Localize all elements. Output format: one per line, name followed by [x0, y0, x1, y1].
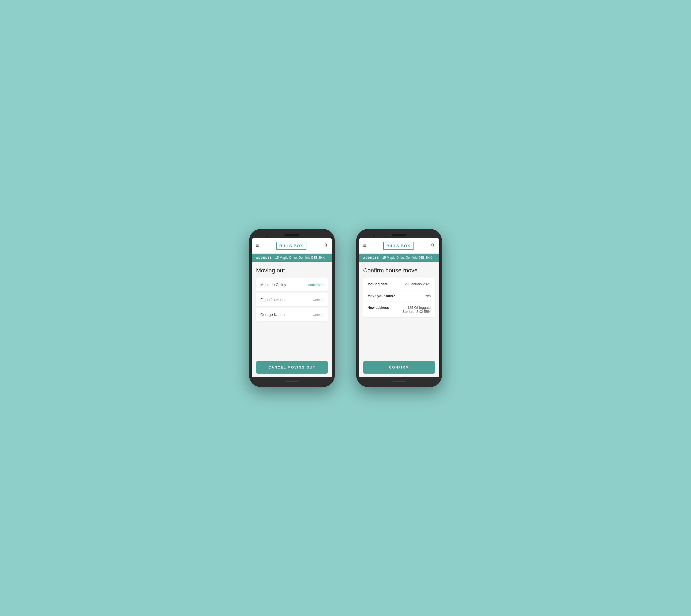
logo-right: BILLS BOX [383, 242, 414, 249]
detail-value-move-bills: Yes [425, 294, 431, 298]
phone-left-speaker [284, 234, 300, 236]
list-item-george[interactable]: George Kanaa waiting [256, 308, 328, 321]
confirm-button[interactable]: CONFIRM [363, 361, 435, 374]
cancel-moving-out-button[interactable]: CANCEL MOVING OUT [256, 361, 328, 374]
phone-right-footer: CONFIRM [359, 357, 439, 377]
resident-name-3: George Kanaa [260, 312, 285, 317]
phone-right-content: Confirm house move Moving date 29 Januar… [359, 262, 439, 357]
search-icon-right[interactable] [431, 243, 435, 248]
phone-right-camera [372, 235, 375, 238]
screen-title-left: Moving out [256, 267, 328, 274]
phone-right-header: ≡ BILLS BOX [359, 238, 439, 254]
list-item-monique[interactable]: Monique Colley confirmed [256, 278, 328, 291]
phone-left-camera [265, 235, 268, 238]
resident-status-1: confirmed [308, 283, 324, 287]
phone-left-footer: CANCEL MOVING OUT [252, 357, 332, 377]
detail-value-new-address: 185 Gillinggate Saxford, SX2 5BN [403, 306, 431, 314]
detail-value-moving-date: 29 January 2021 [405, 282, 431, 286]
svg-line-3 [433, 246, 434, 247]
detail-label-moving-date: Moving date [367, 282, 388, 286]
phone-left-screen: ≡ BILLS BOX ADDRESS 15 Maple Drive, Denf… [252, 238, 332, 377]
phone-right: ≡ BILLS BOX ADDRESS 15 Maple Drive, Denf… [356, 229, 442, 387]
screen-title-right: Confirm house move [363, 267, 435, 274]
address-value-left: 15 Maple Drive, Denfield DE3 8HX [275, 256, 325, 260]
phone-left-home-bar [285, 380, 298, 382]
phone-left: ≡ BILLS BOX ADDRESS 15 Maple Drive, Denf… [249, 229, 335, 387]
phone-right-top-bar [359, 234, 439, 236]
phone-right-screen: ≡ BILLS BOX ADDRESS 15 Maple Drive, Denf… [359, 238, 439, 377]
detail-row-moving-date: Moving date 29 January 2021 [363, 278, 435, 290]
detail-label-move-bills: Move your bills? [367, 294, 395, 298]
phone-left-top-bar [252, 234, 332, 236]
phone-left-header: ≡ BILLS BOX [252, 238, 332, 254]
scene: ≡ BILLS BOX ADDRESS 15 Maple Drive, Denf… [249, 229, 442, 387]
phone-right-home-bar [393, 380, 406, 382]
list-item-fiona[interactable]: Fiona Jackson waiting [256, 293, 328, 306]
logo-left: BILLS BOX [276, 242, 306, 249]
detail-row-new-address: New address 185 Gillinggate Saxford, SX2… [363, 302, 435, 317]
resident-status-3: waiting [313, 313, 324, 317]
phone-right-speaker [391, 234, 407, 236]
detail-label-new-address: New address [367, 306, 389, 310]
address-value-right: 15 Maple Drive, Denfield DE3 8HX [382, 256, 432, 260]
svg-line-1 [326, 246, 327, 247]
detail-row-move-bills: Move your bills? Yes [363, 290, 435, 302]
phone-left-content: Moving out Monique Colley confirmed Fion… [252, 262, 332, 357]
hamburger-icon-right[interactable]: ≡ [363, 243, 366, 248]
address-label-right: ADDRESS [363, 256, 379, 259]
address-label-left: ADDRESS [256, 256, 272, 259]
search-icon-left[interactable] [324, 243, 328, 248]
details-card: Moving date 29 January 2021 Move your bi… [363, 278, 435, 317]
resident-name-2: Fiona Jackson [260, 298, 285, 302]
phone-left-address-bar: ADDRESS 15 Maple Drive, Denfield DE3 8HX [252, 254, 332, 262]
phone-right-address-bar: ADDRESS 15 Maple Drive, Denfield DE3 8HX [359, 254, 439, 262]
resident-name-1: Monique Colley [260, 283, 286, 287]
resident-status-2: waiting [313, 298, 324, 302]
hamburger-icon-left[interactable]: ≡ [256, 243, 259, 248]
